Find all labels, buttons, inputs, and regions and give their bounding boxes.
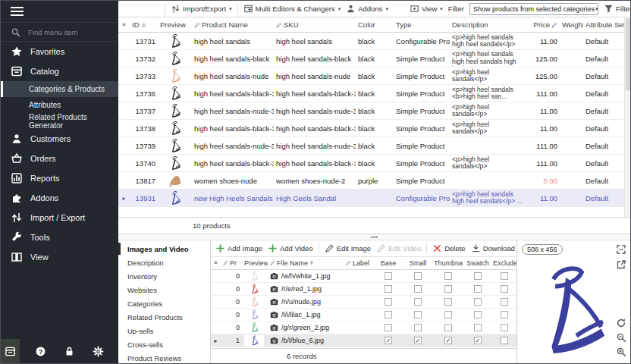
sidebar-item-catalog[interactable]: Catalog (1, 61, 118, 81)
column-header-color[interactable]: Color (356, 20, 394, 29)
product-row-13733[interactable]: 13733high heel sandals-nudehigh heel san… (118, 67, 630, 85)
tab-images-and-video[interactable]: Images and Video (118, 242, 210, 256)
checkbox-exclude[interactable] (492, 298, 516, 306)
menu-toggle-icon[interactable] (1, 1, 118, 22)
checkbox-base[interactable] (374, 285, 403, 293)
pane-splitter[interactable]: ••• (118, 234, 630, 240)
zoom-out-icon[interactable] (616, 332, 626, 343)
checkbox-thumbnail[interactable] (433, 272, 463, 280)
tab-description[interactable]: Description (118, 256, 210, 269)
column-header-preview[interactable]: Preview (158, 20, 192, 29)
open-external-icon[interactable] (616, 259, 626, 270)
image-column-header-label[interactable]: Label (344, 259, 374, 267)
tab-cross-sells[interactable]: Cross-sells (118, 337, 210, 351)
checkbox-small[interactable] (403, 272, 433, 280)
checkbox-base[interactable]: ✓ (374, 337, 403, 344)
image-column-header-file-name[interactable]: File Name (268, 259, 344, 267)
tab-up-sells[interactable]: Up-sells (118, 324, 210, 337)
sidebar-search[interactable] (1, 22, 118, 42)
addons-menu[interactable]: Addons▾ (346, 4, 388, 14)
checkbox-exclude[interactable] (492, 285, 516, 293)
product-row-13931[interactable]: ▸13931new High Heels SandalsHigh Geels S… (118, 190, 630, 207)
footer-help-icon[interactable]: ? (26, 339, 55, 363)
import-export-menu[interactable]: Import/Export▾ (171, 4, 232, 14)
multi-editors-menu[interactable]: Multi Editors & Changers▾ (243, 4, 341, 14)
download-image-button[interactable]: Download Image (471, 243, 516, 253)
checkbox-thumbnail[interactable] (433, 311, 463, 318)
checkbox-small[interactable] (403, 285, 433, 293)
checkbox-exclude[interactable] (492, 272, 516, 280)
column-header-price[interactable]: Price (526, 20, 560, 29)
product-row-13738[interactable]: 13738high heel sandals-black-37high heel… (118, 120, 630, 137)
column-header-attribute-set-name[interactable]: Attribute Set Name (583, 20, 626, 29)
product-row-13731[interactable]: 13731high heel sandalshigh heel sandalsb… (118, 33, 630, 50)
image-column-header-small[interactable]: Small (403, 259, 433, 267)
fit-image-icon[interactable] (616, 244, 626, 255)
product-row-13737[interactable]: 13737high heel sandals-nude-36high heel … (118, 102, 630, 120)
checkbox-thumbnail[interactable] (433, 285, 463, 293)
checkbox-thumbnail[interactable]: ✓ (433, 337, 463, 344)
sidebar-item-addons[interactable]: Addons (1, 188, 118, 208)
checkbox-small[interactable] (403, 298, 433, 306)
tab-inventory[interactable]: Inventory (118, 269, 210, 283)
add-video-button[interactable]: Add Video (268, 243, 313, 253)
sidebar-item-reports[interactable]: Reports (1, 168, 118, 188)
sidebar-item-tools[interactable]: Tools (1, 228, 118, 247)
checkbox-thumbnail[interactable] (433, 298, 463, 306)
checkbox-base[interactable] (374, 272, 403, 280)
checkbox-swatch[interactable] (463, 272, 492, 280)
filters-menu[interactable]: Filters▾ (604, 4, 631, 14)
image-column-header-swatch[interactable]: Swatch (463, 259, 492, 267)
column-header-type[interactable]: Type (394, 20, 450, 29)
product-row-13736[interactable]: 13736high heel sandals-black-36high heel… (118, 85, 630, 102)
image-column-header-base[interactable]: Base (374, 259, 403, 267)
image-column-header-pr[interactable]: Pr (221, 259, 242, 267)
sidebar-item-favorites[interactable]: Favorites (1, 42, 118, 61)
sidebar-item-customers[interactable]: Customers (1, 129, 118, 149)
tab-product-reviews[interactable]: Product Reviews (118, 351, 210, 364)
checkbox-small[interactable]: ✓ (403, 337, 433, 344)
product-row-13732[interactable]: 13732high heel sandals-blackhigh heel sa… (118, 50, 630, 67)
edit-image-button[interactable]: Edit Image (325, 243, 371, 253)
checkbox-swatch[interactable] (463, 285, 492, 293)
checkbox-thumbnail[interactable] (433, 324, 463, 331)
tab-related-products[interactable]: Related Products (118, 310, 210, 324)
checkbox-swatch[interactable] (463, 324, 492, 331)
checkbox-exclude[interactable] (492, 324, 516, 331)
column-header-product-name[interactable]: Product Name (192, 20, 274, 29)
footer-lock-icon[interactable] (55, 339, 83, 363)
grid-scrollbar[interactable] (624, 17, 630, 217)
footer-store-icon[interactable] (1, 339, 20, 363)
column-header-description[interactable]: Description (450, 20, 526, 29)
zoom-in-icon[interactable] (616, 347, 626, 357)
tab-categories[interactable]: Categories (118, 297, 210, 310)
checkbox-swatch[interactable]: ✓ (463, 337, 492, 344)
sidebar-item-attributes[interactable]: Attributes (1, 97, 118, 113)
footer-settings-icon[interactable] (83, 339, 112, 363)
column-header-id[interactable]: ID (130, 20, 158, 29)
product-row-13817[interactable]: 13817women shoes-nudewomen shoes-nude-2p… (118, 172, 630, 190)
rotate-image-icon[interactable] (616, 318, 626, 328)
checkbox-swatch[interactable] (463, 311, 492, 318)
checkbox-swatch[interactable] (463, 298, 492, 306)
image-row-blue_6.jpg[interactable]: ▸1/b/l/blue_6.jpg✓✓✓✓ (211, 334, 516, 347)
menu-search-input[interactable] (27, 27, 102, 37)
checkbox-exclude[interactable] (492, 337, 516, 344)
sidebar-item-orders[interactable]: Orders (1, 149, 118, 168)
product-row-13740[interactable]: 13740high heel sandals-black-38high heel… (118, 155, 630, 172)
image-row-lilac_1.jpg[interactable]: 0/l/i/lilac_1.jpg (211, 309, 516, 322)
category-filter-select[interactable]: Show products from selected categories▾ (469, 3, 598, 15)
image-row-green_2.jpg[interactable]: 0/g/r/green_2.jpg (211, 322, 516, 334)
tab-websites[interactable]: Websites (118, 283, 210, 297)
column-header-sku[interactable]: SKU (274, 20, 356, 29)
image-column-header-thumbna[interactable]: Thumbna (433, 259, 463, 267)
checkbox-base[interactable] (374, 298, 403, 306)
sidebar-item-view[interactable]: View (1, 247, 118, 267)
checkbox-small[interactable] (403, 311, 433, 318)
product-row-13739[interactable]: 13739high heel sandals-nude-37high heel … (118, 137, 630, 155)
image-column-header-preview[interactable]: Preview (242, 259, 268, 267)
view-menu[interactable]: View▾ (410, 4, 443, 14)
add-image-button[interactable]: Add Image (215, 243, 262, 253)
checkbox-exclude[interactable] (492, 311, 516, 318)
checkbox-base[interactable] (374, 324, 403, 331)
